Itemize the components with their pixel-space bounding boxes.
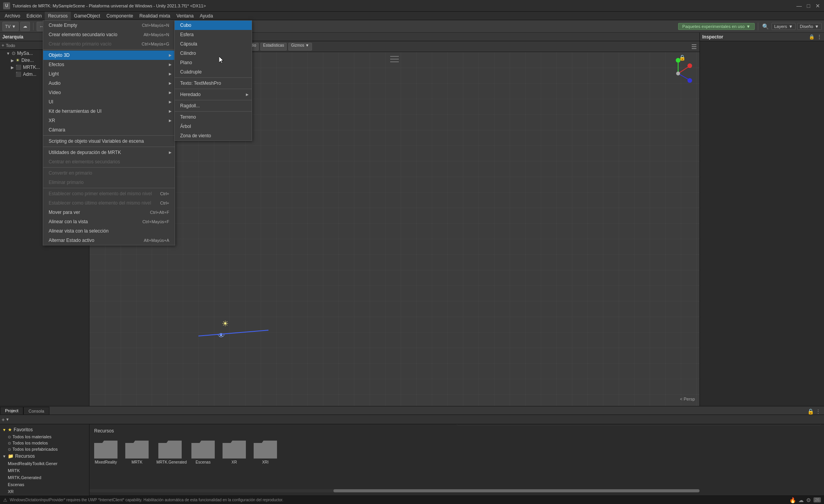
project-add-button[interactable]: +: [2, 416, 5, 423]
dropdown-ui[interactable]: UI: [43, 97, 175, 107]
search-circle-icon: ⊙: [8, 435, 11, 439]
menu-edicion[interactable]: Edición: [23, 12, 45, 20]
submenu-sep-2: [175, 89, 252, 89]
submenu-capsula[interactable]: Cápsula: [175, 39, 252, 49]
submenu-cuadruple[interactable]: Cuádruple: [175, 67, 252, 77]
menu-ayuda[interactable]: Ayuda: [197, 12, 216, 20]
svg-text:y: y: [677, 59, 679, 62]
favoritos-prefabricados[interactable]: ⊙ Todos los prefabricados: [0, 446, 89, 452]
recursos-sidebar-label: Recursos: [15, 453, 35, 459]
folder-label-xri: XRI: [262, 460, 269, 464]
project-options-icon[interactable]: ⋮: [815, 408, 821, 415]
dropdown-ultimo-nivel: Establecer como último elemento del mism…: [43, 198, 175, 208]
recursos-section-sidebar[interactable]: ▼ 📁 Recursos: [0, 452, 89, 460]
hierarchy-directional-label: Dire...: [21, 58, 34, 63]
tab-project[interactable]: Project: [0, 407, 23, 415]
hierarchy-admin-label: Adm...: [23, 72, 37, 77]
close-button[interactable]: ✕: [815, 3, 821, 9]
inspector-lock-icon[interactable]: 🔒: [809, 34, 815, 40]
menu-componente[interactable]: Componente: [103, 12, 136, 20]
submenu-zona-viento[interactable]: Zona de viento: [175, 131, 252, 140]
menu-realidad-mixta[interactable]: Realidad mixta: [136, 12, 173, 20]
submenu-plano[interactable]: Plano: [175, 58, 252, 67]
materiales-label: Todos los materiales: [12, 434, 51, 439]
submenu-terreno[interactable]: Terreno: [175, 112, 252, 122]
experimental-packages-button[interactable]: Paquetes experimentales en uso ▼: [678, 23, 755, 30]
submenu-ragdoll[interactable]: Ragdoll...: [175, 101, 252, 110]
hierarchy-add-button[interactable]: +: [2, 43, 4, 48]
submenu-cubo[interactable]: Cubo: [175, 21, 252, 30]
tab-consola[interactable]: Consola: [23, 407, 49, 415]
status-icon-1[interactable]: 🔥: [789, 497, 796, 503]
menu-recursos[interactable]: Recursos: [45, 12, 71, 20]
minimize-button[interactable]: —: [796, 3, 802, 9]
tree-arrow-mrtk: ▶: [11, 65, 14, 70]
sidebar-mixed-reality[interactable]: MixedRealityToolkit.Gener: [0, 460, 89, 467]
submenu-texto-meshpro[interactable]: Texto: TextMeshPro: [175, 79, 252, 88]
folder-xr[interactable]: XR: [221, 438, 247, 466]
inspector-options-icon[interactable]: ⋮: [817, 34, 822, 40]
diseno-dropdown-button[interactable]: Diseño ▼: [797, 23, 822, 30]
status-icon-2[interactable]: ☁: [798, 497, 804, 503]
submenu-cilindro[interactable]: Cilindro: [175, 49, 252, 58]
stats-btn[interactable]: Estadísticas: [260, 43, 287, 51]
submenu-heredado[interactable]: Heredado: [175, 90, 252, 99]
dropdown-mover-ver[interactable]: Mover para ver Ctrl+Alt+F: [43, 208, 175, 217]
folder-label-mixed-reality: MixedReality: [95, 460, 117, 464]
project-breadcrumb: Recursos: [93, 427, 821, 434]
favoritos-materiales[interactable]: ⊙ Todos los materiales: [0, 434, 89, 440]
project-lock-icon[interactable]: 🔒: [807, 408, 814, 415]
dropdown-create-empty[interactable]: Create Empty Ctrl+Mayús+N: [43, 21, 175, 30]
folder-escenas[interactable]: Escenas: [190, 438, 216, 466]
maximize-button[interactable]: □: [805, 3, 812, 9]
menu-gameobject[interactable]: GameObject: [71, 12, 103, 20]
dropdown-crear-secundario[interactable]: Crear elemento secundario vacío Alt+Mayú…: [43, 30, 175, 39]
cloud-button[interactable]: ☁: [20, 22, 30, 31]
gizmos-btn[interactable]: Gizmos ▼: [288, 43, 312, 51]
dropdown-sep-5: [43, 188, 175, 188]
favoritos-section[interactable]: ▼ ★ Favoritos: [0, 426, 89, 434]
diseno-chevron-icon: ▼: [815, 24, 819, 29]
tv-dropdown-button[interactable]: TV ▼: [2, 22, 19, 31]
folder-xri[interactable]: XRI: [252, 438, 279, 466]
sidebar-mrtk[interactable]: MRTK: [0, 467, 89, 474]
dropdown-camara[interactable]: Cámara: [43, 125, 175, 135]
folder-mrtk-generated[interactable]: MRTK.Generated: [155, 438, 185, 466]
dropdown-alinear-seleccion[interactable]: Alinear vista con la selección: [43, 226, 175, 236]
folder-mrtk[interactable]: MRTK: [124, 438, 150, 466]
menu-archivo[interactable]: Archivo: [2, 12, 23, 20]
status-icon-3[interactable]: ⚙: [806, 497, 811, 503]
submenu-esfera[interactable]: Esfera: [175, 30, 252, 39]
dropdown-video[interactable]: Vídeo: [43, 88, 175, 97]
dropdown-efectos[interactable]: Efectos: [43, 60, 175, 69]
dropdown-audio[interactable]: Audio: [43, 79, 175, 88]
dropdown-alinear-vista[interactable]: Alinear con la vista Ctrl+Mayús+F: [43, 217, 175, 226]
dropdown-utilidades-mrtk[interactable]: Utilidades de depuración de MRTK: [43, 148, 175, 157]
hamburger-line-2: [390, 59, 399, 60]
dropdown-xr[interactable]: XR: [43, 116, 175, 125]
dropdown-alternar-estado[interactable]: Alternar Estado activo Alt+Mayús+A: [43, 236, 175, 245]
hamburger-line-1: [390, 56, 399, 57]
sidebar-escenas[interactable]: Escenas: [0, 481, 89, 488]
project-main: 🔍 Recursos MixedReality MRTK: [89, 424, 824, 495]
layers-dropdown-button[interactable]: Layers ▼: [771, 23, 796, 30]
search-button[interactable]: 🔍: [761, 22, 770, 31]
dropdown-scripting[interactable]: Scripting de objeto visual Variables de …: [43, 136, 175, 146]
favoritos-modelos[interactable]: ⊙ Todos los modelos: [0, 440, 89, 446]
project-add-chevron[interactable]: ▼: [5, 417, 9, 422]
status-warning-icon: ⚠: [3, 497, 7, 503]
hamburger-menu-button[interactable]: [390, 56, 399, 62]
dropdown-objeto3d[interactable]: Objeto 3D: [43, 51, 175, 60]
submenu-arbol[interactable]: Árbol: [175, 122, 252, 131]
dropdown-kit-herramientas[interactable]: Kit de herramientas de UI: [43, 107, 175, 116]
scene-options-button[interactable]: [691, 44, 697, 50]
dropdown-light[interactable]: Light: [43, 69, 175, 79]
scene-line-object: [198, 328, 276, 344]
sidebar-xr[interactable]: XR: [0, 488, 89, 495]
diseno-label: Diseño: [800, 24, 813, 29]
sidebar-mrtk-generated[interactable]: MRTK.Generated: [0, 474, 89, 481]
folder-mixed-reality[interactable]: MixedReality: [93, 438, 119, 466]
exp-packages-label: Paquetes experimentales en uso: [682, 24, 745, 29]
tv-dropdown-icon: ▼: [12, 24, 16, 29]
menu-ventana[interactable]: Ventana: [174, 12, 197, 20]
